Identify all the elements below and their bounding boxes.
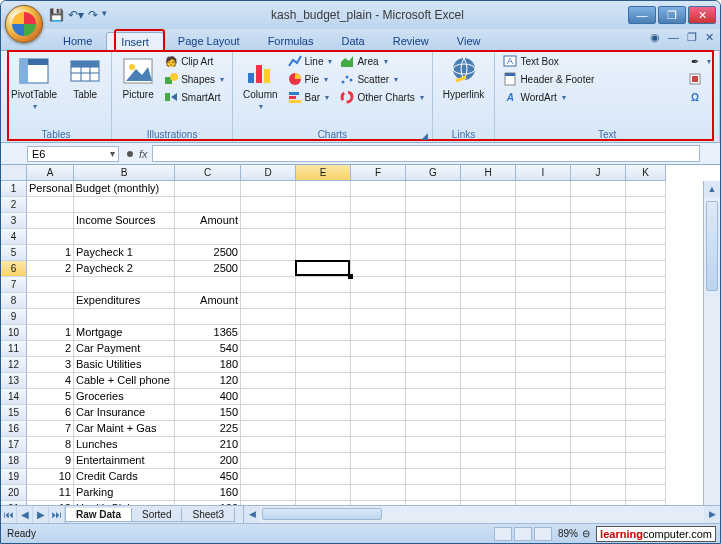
cell[interactable] [516, 389, 571, 405]
cell[interactable] [406, 197, 461, 213]
cell[interactable] [626, 181, 666, 197]
cell[interactable] [296, 341, 351, 357]
row-header[interactable]: 5 [1, 245, 27, 261]
cell[interactable] [516, 405, 571, 421]
row-header[interactable]: 9 [1, 309, 27, 325]
normal-view-button[interactable] [494, 527, 512, 541]
cell[interactable] [351, 421, 406, 437]
cell[interactable] [406, 325, 461, 341]
cell[interactable] [571, 197, 626, 213]
cell[interactable] [74, 229, 175, 245]
row-header[interactable]: 18 [1, 453, 27, 469]
area-chart-button[interactable]: Area [338, 53, 425, 69]
cell[interactable] [351, 229, 406, 245]
cell[interactable] [406, 485, 461, 501]
cell[interactable] [516, 261, 571, 277]
name-box[interactable]: E6 [27, 146, 119, 162]
cell[interactable] [626, 213, 666, 229]
cell[interactable] [571, 181, 626, 197]
tab-formulas[interactable]: Formulas [254, 32, 328, 50]
cell[interactable] [406, 293, 461, 309]
cell[interactable] [351, 469, 406, 485]
scroll-up-icon[interactable]: ▲ [704, 181, 720, 197]
cell[interactable]: Credit Cards [74, 469, 175, 485]
cell[interactable] [296, 213, 351, 229]
cell[interactable]: 9 [27, 453, 74, 469]
cell[interactable] [241, 453, 296, 469]
spreadsheet-grid[interactable]: ABCDEFGHIJK 1234567891011121314151617181… [1, 165, 720, 523]
cell[interactable] [241, 421, 296, 437]
help-icon[interactable]: ◉ [650, 31, 660, 44]
cell[interactable]: Groceries [74, 389, 175, 405]
cell[interactable] [296, 229, 351, 245]
cell[interactable] [406, 245, 461, 261]
cell[interactable] [241, 181, 296, 197]
cell[interactable] [296, 389, 351, 405]
cell[interactable]: 11 [27, 485, 74, 501]
cell[interactable] [351, 181, 406, 197]
cell[interactable] [461, 373, 516, 389]
cell[interactable] [461, 485, 516, 501]
cell[interactable]: 1 [27, 325, 74, 341]
smartart-button[interactable]: SmartArt [162, 89, 226, 105]
formula-input[interactable] [152, 145, 700, 162]
textbox-button[interactable]: AText Box [501, 53, 596, 69]
cell[interactable] [296, 181, 351, 197]
cell[interactable] [241, 277, 296, 293]
cell[interactable] [626, 405, 666, 421]
cell[interactable]: Mortgage [74, 325, 175, 341]
cell[interactable] [516, 453, 571, 469]
cell[interactable]: Income Sources [74, 213, 175, 229]
cell[interactable] [406, 373, 461, 389]
dialog-launcher-icon[interactable]: ◢ [421, 131, 428, 141]
row-header[interactable]: 10 [1, 325, 27, 341]
picture-button[interactable]: Picture [118, 53, 158, 102]
cell[interactable] [626, 373, 666, 389]
cell[interactable]: Paycheck 2 [74, 261, 175, 277]
row-header[interactable]: 19 [1, 469, 27, 485]
sheet-nav-buttons[interactable]: ⏮ ◀ ▶ ⏭ [1, 506, 66, 523]
cell[interactable] [571, 469, 626, 485]
cell[interactable] [406, 277, 461, 293]
cell[interactable] [461, 341, 516, 357]
cell[interactable] [571, 437, 626, 453]
cell[interactable] [241, 245, 296, 261]
minimize-ribbon-icon[interactable]: — [668, 31, 679, 44]
cell[interactable] [241, 373, 296, 389]
cell[interactable] [241, 293, 296, 309]
cell[interactable] [516, 485, 571, 501]
cell[interactable] [571, 213, 626, 229]
cell[interactable] [461, 181, 516, 197]
cell[interactable] [571, 309, 626, 325]
cell[interactable] [241, 485, 296, 501]
cell[interactable] [351, 437, 406, 453]
cell[interactable] [461, 277, 516, 293]
cell[interactable] [516, 469, 571, 485]
cell[interactable]: Basic Utilities [74, 357, 175, 373]
cell[interactable]: 4 [27, 373, 74, 389]
cell[interactable] [241, 229, 296, 245]
column-header[interactable]: F [351, 165, 406, 181]
cell[interactable] [571, 357, 626, 373]
cell[interactable] [571, 373, 626, 389]
cell[interactable] [296, 197, 351, 213]
first-sheet-icon[interactable]: ⏮ [1, 506, 17, 523]
shapes-button[interactable]: Shapes [162, 71, 226, 87]
cell[interactable] [461, 405, 516, 421]
column-header[interactable]: D [241, 165, 296, 181]
prev-sheet-icon[interactable]: ◀ [17, 506, 33, 523]
cell[interactable]: 180 [175, 357, 241, 373]
cell[interactable] [296, 245, 351, 261]
row-header[interactable]: 13 [1, 373, 27, 389]
sheet-tab[interactable]: Raw Data [65, 508, 132, 522]
cell[interactable] [516, 213, 571, 229]
signature-button[interactable]: ✒ [686, 53, 713, 69]
cell[interactable] [241, 405, 296, 421]
cell[interactable]: 160 [175, 485, 241, 501]
cell[interactable] [461, 389, 516, 405]
cell[interactable] [516, 325, 571, 341]
cell[interactable] [296, 293, 351, 309]
scroll-right-icon[interactable]: ▶ [704, 506, 720, 523]
cell[interactable] [461, 229, 516, 245]
cell[interactable] [241, 389, 296, 405]
